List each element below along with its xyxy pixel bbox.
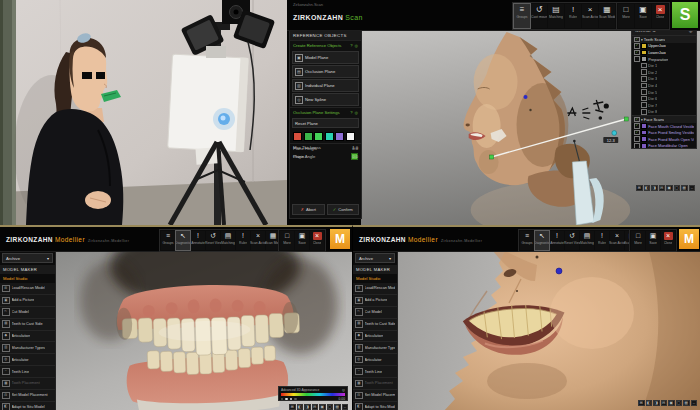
sidebar-tool-button[interactable]: ⊟ Set Model Placement: [353, 390, 397, 402]
toolbar-button[interactable]: ! Ruler: [236, 231, 250, 250]
screenshot-icon[interactable]: ▦: [683, 400, 690, 407]
front-view-icon[interactable]: ◧: [297, 404, 304, 410]
stylus-tool[interactable]: [572, 140, 603, 225]
tree-row[interactable]: Die 6: [632, 95, 696, 102]
toolbar-button[interactable]: ! Annotate: [191, 231, 205, 250]
tree-row[interactable]: Die 4: [632, 82, 696, 89]
sidebar-tool-button[interactable]: ▥ Manufacturer Types: [0, 342, 55, 354]
visibility-checkbox[interactable]: [634, 136, 640, 142]
tree-row[interactable]: Face Mouth Closed Vestibular: [632, 123, 696, 130]
sidebar-tool-button[interactable]: ⊞ Load/Rescan Model: [353, 283, 397, 295]
rotate-view-icon[interactable]: ⊞: [289, 404, 296, 410]
face-scan-profile[interactable]: [464, 32, 569, 185]
sidebar-tool-button[interactable]: ▦ Tooth Placement: [0, 378, 55, 390]
ruler-endpoint[interactable]: [624, 117, 628, 121]
visibility-checkbox[interactable]: [641, 76, 647, 82]
spectrum-stop[interactable]: [285, 398, 287, 400]
tree-row[interactable]: UpperJaw: [632, 43, 696, 50]
visibility-checkbox[interactable]: [641, 83, 647, 89]
top-view-icon[interactable]: ⊟: [661, 400, 668, 407]
toolbar-button[interactable]: × Scan Actions: [610, 231, 624, 250]
sidebar-tool-button[interactable]: ▤ Teeth to Cast Side: [353, 319, 397, 331]
minimize-icon[interactable]: –: [691, 400, 698, 407]
dental-model[interactable]: [115, 282, 302, 410]
sidebar-tool-button[interactable]: ✂ Cut Model: [0, 307, 55, 319]
minimize-icon[interactable]: –: [689, 185, 696, 192]
plane-color-swatch[interactable]: [314, 132, 323, 141]
tree-row[interactable]: Die 1: [632, 62, 696, 69]
measure-marker[interactable]: [612, 131, 617, 136]
plane-height-value[interactable]: 0.0: [352, 146, 358, 151]
minimize-icon[interactable]: –: [342, 404, 349, 410]
sidebar-tool-button[interactable]: ▣ Add a Picture: [353, 295, 397, 307]
toolbar-button[interactable]: □ More: [280, 231, 294, 250]
toolbar-button[interactable]: ▣ Save: [635, 4, 651, 28]
toolbar-button[interactable]: ≡ Groups: [520, 231, 534, 250]
ruler-endpoint[interactable]: [490, 155, 494, 159]
visibility-checkbox[interactable]: [634, 50, 640, 56]
rotate-view-icon[interactable]: ⊞: [636, 185, 643, 192]
project-dropdown[interactable]: Archive ▾: [355, 253, 395, 263]
toolbar-button[interactable]: ▤ Matching: [580, 231, 594, 250]
sidebar-tool-button[interactable]: ⊟ Set Model Placement: [0, 390, 55, 402]
sidebar-tool-button[interactable]: ◧ Adapt to Situ Model: [0, 402, 55, 410]
reference-object-button[interactable]: ▥ Individual Plane: [292, 79, 359, 92]
tree-row[interactable]: Die 5: [632, 89, 696, 96]
reference-object-button[interactable]: ▤ Occlusion Plane: [292, 65, 359, 78]
toolbar-button[interactable]: ▣ Save: [646, 231, 660, 250]
sidebar-tool-button[interactable]: ~ Teeth Line: [353, 366, 397, 378]
help-icon[interactable]: ?: [350, 110, 352, 115]
confirm-button[interactable]: ✓ Confirm: [327, 204, 360, 215]
toolbar-button[interactable]: ! Ruler: [595, 231, 609, 250]
top-view-icon[interactable]: ⊟: [312, 404, 319, 410]
toolbar-button[interactable]: ▤ Matching: [221, 231, 235, 250]
tree-row[interactable]: Face Fixed Mouth Open Vestibular: [632, 136, 696, 143]
sidebar-tool-button[interactable]: ✂ Cut Model: [353, 307, 397, 319]
spectrum-stop[interactable]: [290, 398, 292, 400]
sidebar-tool-button[interactable]: ▣ Add a Picture: [0, 295, 55, 307]
face-3d-viewport[interactable]: [397, 251, 700, 410]
color-spectrum-slider[interactable]: [281, 393, 345, 396]
visibility-checkbox[interactable]: [641, 102, 647, 108]
toolbar-button[interactable]: × Close: [661, 231, 675, 250]
toolbar-button[interactable]: ↺ Reset View: [565, 231, 579, 250]
sidebar-tool-button[interactable]: ◧ Adapt to Situ Model: [353, 402, 397, 410]
plane-color-swatch[interactable]: [325, 132, 334, 141]
toolbar-button[interactable]: × Scan Actions: [251, 231, 265, 250]
tree-row[interactable]: Die 3: [632, 76, 696, 83]
plane-color-swatch[interactable]: [293, 132, 302, 141]
sidebar-tool-button[interactable]: ~ Teeth Line: [0, 366, 55, 378]
visibility-checkbox[interactable]: [634, 43, 640, 49]
sidebar-tool-button[interactable]: ▦ Tooth Placement: [353, 378, 397, 390]
toolbar-button[interactable]: ▤ Matching: [548, 4, 564, 28]
toolbar-button[interactable]: ↺ Reset View: [206, 231, 220, 250]
pin-icon[interactable]: ◎: [355, 43, 359, 48]
visibility-checkbox[interactable]: [641, 96, 647, 102]
appearance-value[interactable]: 0.00: [339, 397, 345, 401]
tree-row[interactable]: Face Scans: [632, 115, 696, 123]
tree-row[interactable]: Face Fixed Smiling Vestibular: [632, 129, 696, 136]
visibility-checkbox[interactable]: [634, 37, 640, 43]
visibility-checkbox[interactable]: [641, 63, 647, 69]
side-view-icon[interactable]: ◨: [651, 185, 658, 192]
sidebar-tool-button[interactable]: ▥ Manufacturer Types: [353, 342, 397, 354]
side-view-icon[interactable]: ◨: [304, 404, 311, 410]
sidebar-tool-button[interactable]: ◆ Articulation: [353, 331, 397, 343]
sidebar-tool-button[interactable]: ◎ Articulator: [0, 354, 55, 366]
toolbar-button[interactable]: × Close: [652, 4, 668, 28]
visibility-checkbox[interactable]: [634, 56, 640, 62]
visibility-checkbox[interactable]: [634, 123, 640, 129]
toolbar-button[interactable]: □ More: [631, 231, 645, 250]
plane-color-swatch[interactable]: [304, 132, 313, 141]
plane-angle-value[interactable]: 0.0: [352, 154, 358, 159]
rotate-view-icon[interactable]: ⊞: [638, 400, 645, 407]
toolbar-button[interactable]: ↺ Cast mount: [531, 4, 547, 28]
reference-object-button[interactable]: ◎ New Spline: [292, 93, 359, 106]
sidebar-tool-button[interactable]: ⊞ Load/Rescan Model: [0, 283, 55, 295]
toolbar-button[interactable]: ! Annotate: [550, 231, 564, 250]
toolbar-button[interactable]: ↖ Diagnostic: [176, 231, 190, 250]
pin-icon[interactable]: ◎: [342, 388, 345, 392]
tree-row[interactable]: LowerJaw: [632, 49, 696, 56]
side-view-icon[interactable]: ◨: [653, 400, 660, 407]
toolbar-button[interactable]: ↖ Diagnostic: [535, 231, 549, 250]
